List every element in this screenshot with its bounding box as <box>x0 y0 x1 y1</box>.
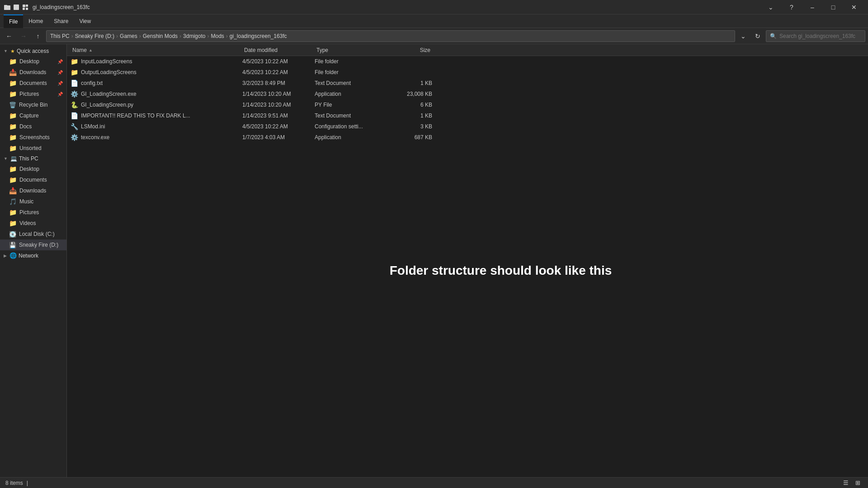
sidebar-section-this-pc[interactable]: ▼ 💻 This PC <box>0 154 66 164</box>
sidebar-item-pictures-pc[interactable]: 📁 Pictures <box>0 207 66 218</box>
file-type: Configuration setti... <box>315 123 387 130</box>
file-type: Application <box>315 91 387 97</box>
file-manager-icon <box>4 4 11 11</box>
table-row[interactable]: 📁 InputLoadingScreens 4/5/2023 10:22 AM … <box>67 56 868 67</box>
sidebar-item-documents-pinned[interactable]: 📁 Documents 📌 <box>0 78 66 89</box>
refresh-button[interactable]: ↻ <box>751 30 764 42</box>
sidebar-item-music-pc[interactable]: 🎵 Music <box>0 196 66 207</box>
sidebar-item-desktop-pc[interactable]: 📁 Desktop <box>0 164 66 174</box>
table-row[interactable]: ⚙️ GI_LoadingScreen.exe 1/14/2023 10:20 … <box>67 89 868 99</box>
table-row[interactable]: 🐍 GI_LoadingScreen.py 1/14/2023 10:20 AM… <box>67 99 868 110</box>
table-row[interactable]: 🔧 LSMod.ini 4/5/2023 10:22 AM Configurat… <box>67 121 868 132</box>
status-right: ☰ ⊞ <box>841 478 863 488</box>
title-icon-3 <box>22 4 29 11</box>
breadcrumb[interactable]: This PC › Sneaky Fire (D:) › Games › Gen… <box>46 30 735 42</box>
ribbon: File Home Share View <box>0 14 868 28</box>
title-bar: gi_loadingscreen_163fc ⌄ ? – □ ✕ <box>0 0 868 14</box>
txt-icon: 📄 <box>71 80 78 87</box>
sidebar-label-downloads: Downloads <box>19 69 46 75</box>
computer-icon: 💻 <box>10 155 17 162</box>
breadcrumb-mods[interactable]: Mods <box>211 33 224 39</box>
breadcrumb-this-pc[interactable]: This PC <box>50 33 70 39</box>
sidebar-item-screenshots[interactable]: 📁 Screenshots <box>0 132 66 143</box>
folder-music-icon: 🎵 <box>9 198 17 205</box>
svg-rect-8 <box>26 5 28 7</box>
folder-docs-yellow-icon: 📁 <box>9 123 17 130</box>
maximize-button[interactable]: □ <box>823 0 844 14</box>
breadcrumb-sneaky-fire[interactable]: Sneaky Fire (D:) <box>75 33 114 39</box>
file-size: 1 KB <box>387 113 432 119</box>
file-size: 687 KB <box>387 134 432 141</box>
table-row[interactable]: 📄 IMPORTANT!! READ THIS TO FIX DARK L...… <box>67 110 868 121</box>
sidebar-item-documents-pc[interactable]: 📁 Documents <box>0 174 66 185</box>
close-button[interactable]: ✕ <box>844 0 864 14</box>
sidebar-item-sneaky-fire[interactable]: 💾 Sneaky Fire (D:) <box>0 239 66 250</box>
col-header-size[interactable]: Size <box>387 44 432 56</box>
file-type: Text Document <box>315 80 387 86</box>
sidebar-item-pictures-pinned[interactable]: 📁 Pictures 📌 <box>0 89 66 99</box>
file-size: 1 KB <box>387 80 432 86</box>
col-header-name[interactable]: Name ▲ <box>71 44 242 56</box>
sidebar-item-desktop-pinned[interactable]: 📁 Desktop 📌 <box>0 56 66 67</box>
search-input[interactable] <box>779 33 861 39</box>
folder-docs-icon: 📁 <box>9 80 17 87</box>
sidebar-item-local-disk[interactable]: 💽 Local Disk (C:) <box>0 229 66 239</box>
sidebar-item-downloads-pinned[interactable]: 📥 Downloads 📌 <box>0 67 66 78</box>
py-icon: 🐍 <box>71 101 78 108</box>
back-button[interactable]: ← <box>3 30 15 42</box>
folder-capture-icon: 📁 <box>9 112 17 119</box>
sidebar-section-quick-access[interactable]: ▼ ★ Quick access <box>0 46 66 56</box>
breadcrumb-genshin-mods[interactable]: Genshin Mods <box>143 33 178 39</box>
forward-button[interactable]: → <box>17 30 30 42</box>
help-button[interactable]: ? <box>781 0 802 14</box>
file-type: Text Document <box>315 113 387 119</box>
sidebar-item-docs[interactable]: 📁 Docs <box>0 121 66 132</box>
file-date: 3/2/2023 8:49 PM <box>242 80 315 86</box>
table-row[interactable]: 📄 config.txt 3/2/2023 8:49 PM Text Docum… <box>67 78 868 89</box>
folder-downloads-pc-icon: 📥 <box>9 187 17 194</box>
expand-button[interactable]: ⌄ <box>760 0 781 14</box>
breadcrumb-games[interactable]: Games <box>120 33 137 39</box>
table-row[interactable]: ⚙️ texconv.exe 1/7/2023 4:03 AM Applicat… <box>67 132 868 143</box>
up-button[interactable]: ↑ <box>32 30 44 42</box>
breadcrumb-gi-loading[interactable]: gi_loadingscreen_163fc <box>230 33 287 39</box>
tab-share[interactable]: Share <box>48 14 74 28</box>
recent-locations-button[interactable]: ⌄ <box>737 30 750 42</box>
minimize-button[interactable]: – <box>802 0 823 14</box>
file-date: 4/5/2023 10:22 AM <box>242 58 315 65</box>
file-name-cell: 📄 config.txt <box>71 80 242 87</box>
folder-download-icon: 📥 <box>9 69 17 76</box>
breadcrumb-3dmigoto[interactable]: 3dmigoto <box>183 33 205 39</box>
sidebar-label-documents: Documents <box>19 80 47 86</box>
tab-home[interactable]: Home <box>23 14 48 28</box>
file-name-cell: 📁 OutputLoadingScreens <box>71 69 242 76</box>
col-header-type[interactable]: Type <box>315 44 387 56</box>
pin-icon-3: 📌 <box>57 81 63 86</box>
list-view-button[interactable]: ☰ <box>841 478 851 488</box>
sneaky-fire-icon: 💾 <box>9 242 16 249</box>
sidebar-item-unsorted[interactable]: 📁 Unsorted <box>0 143 66 154</box>
tab-view[interactable]: View <box>74 14 96 28</box>
file-name: IMPORTANT!! READ THIS TO FIX DARK L... <box>81 113 190 119</box>
file-type: File folder <box>315 69 387 75</box>
folder-pictures-pc-icon: 📁 <box>9 209 17 216</box>
sidebar-section-network[interactable]: ▶ 🌐 Network <box>0 250 66 261</box>
exe-icon: ⚙️ <box>71 90 78 98</box>
sidebar-item-recycle-bin[interactable]: 🗑️ Recycle Bin <box>0 99 66 110</box>
tab-file[interactable]: File <box>4 14 23 28</box>
file-type: Application <box>315 134 387 141</box>
pin-icon-2: 📌 <box>57 70 63 75</box>
search-box[interactable]: 🔍 <box>766 30 865 42</box>
sidebar-item-capture[interactable]: 📁 Capture <box>0 110 66 121</box>
sidebar-label-capture: Capture <box>19 113 39 119</box>
sidebar-item-videos-pc[interactable]: 📁 Videos <box>0 218 66 229</box>
sidebar-item-downloads-pc[interactable]: 📥 Downloads <box>0 185 66 196</box>
sidebar: ▼ ★ Quick access 📁 Desktop 📌 📥 Downloads… <box>0 44 67 477</box>
details-view-button[interactable]: ⊞ <box>853 478 863 488</box>
file-name: GI_LoadingScreen.exe <box>81 91 137 97</box>
quick-access-label: Quick access <box>17 48 49 54</box>
table-row[interactable]: 📁 OutputLoadingScreens 4/5/2023 10:22 AM… <box>67 67 868 78</box>
status-separator: | <box>27 480 28 486</box>
sidebar-label-downloads-pc: Downloads <box>19 188 46 194</box>
col-header-date[interactable]: Date modified <box>242 44 315 56</box>
